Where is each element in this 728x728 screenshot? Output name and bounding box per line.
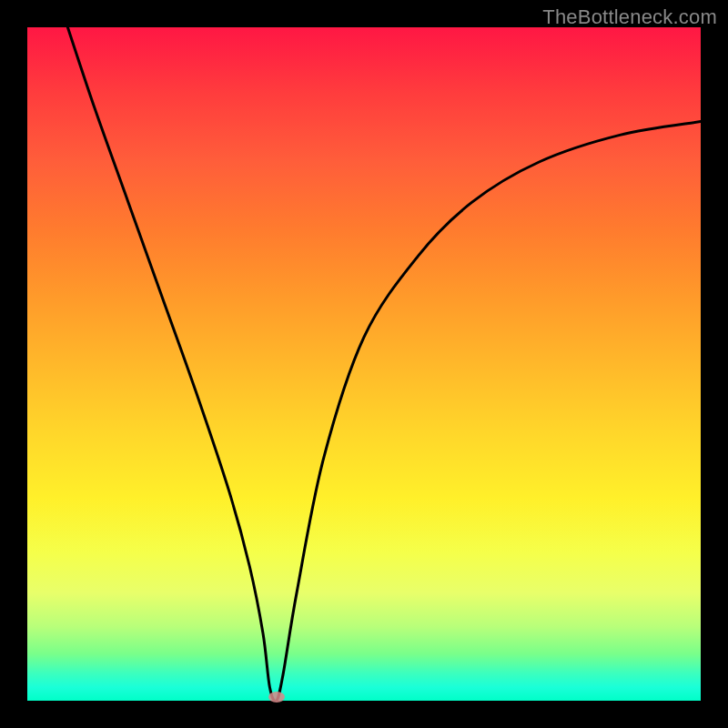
bottleneck-curve [67,27,701,701]
chart-container: TheBottleneck.com [0,0,728,728]
optimal-point-marker [268,692,285,703]
curve-svg [27,27,701,701]
watermark-text: TheBottleneck.com [542,5,717,29]
plot-area [27,27,701,701]
